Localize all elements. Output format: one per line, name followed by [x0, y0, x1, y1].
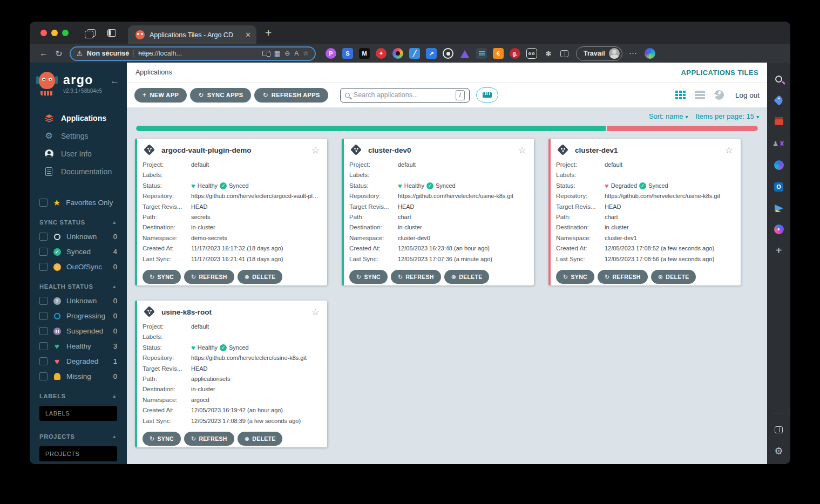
collapse-section-icon[interactable]: ▲ [112, 284, 117, 289]
euro-icon[interactable]: € [493, 48, 504, 59]
apps-grid-icon[interactable]: ▦ [274, 50, 280, 57]
zoom-window-button[interactable] [62, 30, 69, 36]
filter-progressing[interactable]: Progressing 0 [39, 312, 117, 320]
zoom-out-icon[interactable]: ⊖ [284, 50, 290, 57]
delete-button[interactable]: ⊗DELETE [238, 432, 283, 446]
favorite-star-icon[interactable]: ☆ [311, 145, 320, 156]
checkbox[interactable] [39, 233, 48, 241]
favorite-star-icon[interactable]: ☆ [725, 145, 733, 156]
health-value[interactable]: Healthy [198, 181, 218, 191]
checkbox[interactable] [39, 357, 48, 365]
labels-filter-input[interactable] [39, 406, 117, 421]
collapse-sidebar-icon[interactable]: ← [110, 76, 119, 96]
app-name[interactable]: cluster-dev1 [575, 146, 725, 154]
toolbox-icon[interactable] [774, 117, 784, 127]
paper-plane-icon[interactable] [774, 203, 784, 214]
filter-outofsync[interactable]: ↑ OutOfSync 0 [39, 263, 117, 271]
summary-view-icon[interactable] [714, 90, 724, 100]
sync-status-header[interactable]: SYNC STATUS ▲ [39, 219, 117, 226]
tab-close-icon[interactable]: ✕ [245, 31, 251, 39]
app-tile-argocd-vault-plugin-demo[interactable]: argocd-vault-plugin-demo ☆ Project:defau… [135, 139, 327, 285]
back-button[interactable]: ← [36, 49, 51, 58]
collapse-section-icon[interactable]: ▲ [112, 393, 117, 399]
filter-synced[interactable]: ✓ Synced 4 [39, 248, 117, 256]
sync-button[interactable]: ↻SYNC [349, 270, 388, 284]
projects-header[interactable]: PROJECTS ▲ [39, 433, 117, 440]
checkbox[interactable] [39, 342, 48, 350]
delete-button[interactable]: ⊗DELETE [238, 270, 283, 284]
health-value[interactable]: Healthy [198, 343, 218, 353]
labels-header[interactable]: LABELS ▲ [39, 393, 117, 399]
mountain-icon[interactable] [459, 48, 470, 59]
filter-missing[interactable]: Missing 0 [39, 372, 117, 380]
copilot-icon[interactable] [645, 48, 655, 59]
favorite-star-icon[interactable]: ☆ [518, 145, 526, 156]
flower-icon[interactable]: ✻ [543, 48, 554, 59]
browser-menu-button[interactable]: ⋯ [629, 49, 637, 58]
checkbox[interactable] [39, 312, 48, 320]
favorites-filter[interactable]: ★ Favorites Only [39, 199, 117, 207]
browser-tab[interactable]: Applications Tiles - Argo CD ✕ [128, 25, 256, 44]
app-tile-cluster-dev0[interactable]: cluster-dev0 ☆ Project:default Labels: S… [342, 139, 534, 285]
list-view-icon[interactable] [695, 91, 705, 99]
sync-value[interactable]: Synced [229, 343, 249, 353]
sidebar-item-user-info[interactable]: User Info [30, 145, 127, 162]
checkbox[interactable] [39, 297, 48, 305]
health-value[interactable]: Degraded [611, 181, 637, 191]
search-input[interactable] [354, 91, 452, 99]
sync-apps-button[interactable]: ↻ SYNC APPS [190, 88, 251, 103]
items-per-page-dropdown[interactable]: Items per page: 15▾ [696, 112, 759, 120]
shopping-tag-icon[interactable] [774, 95, 784, 106]
sidebar-toggle-icon[interactable] [774, 424, 784, 435]
refresh-button[interactable]: ↻REFRESH [598, 270, 648, 284]
messenger-icon[interactable]: ✦ [774, 224, 784, 234]
filter-health-unknown[interactable]: ? Unknown 0 [39, 297, 117, 305]
checkbox[interactable] [39, 372, 48, 380]
key-icon[interactable]: ╱ [409, 48, 420, 59]
reload-button[interactable]: ↻ [51, 49, 66, 59]
refresh-button[interactable]: ↻REFRESH [184, 432, 234, 446]
settings-gear-icon[interactable]: ⚙ [774, 446, 784, 457]
health-value[interactable]: Healthy [404, 181, 424, 191]
sidebar-item-applications[interactable]: Applications [30, 109, 127, 127]
sidebar-item-settings[interactable]: ⚙ Settings [30, 127, 127, 145]
filter-suspended[interactable]: Suspended 0 [39, 327, 117, 335]
health-status-header[interactable]: HEALTH STATUS ▲ [39, 283, 117, 290]
record-icon[interactable] [443, 48, 453, 59]
outlook-icon[interactable]: O [774, 181, 784, 192]
collapse-section-icon[interactable]: ▲ [112, 434, 117, 439]
logout-button[interactable]: Log out [735, 91, 760, 99]
app-name[interactable]: cluster-dev0 [368, 146, 518, 154]
search-box[interactable]: / [340, 88, 470, 103]
checkbox[interactable] [39, 263, 48, 271]
refresh-button[interactable]: ↻REFRESH [391, 270, 441, 284]
repository-value[interactable]: https://github.com/herveleclerc/usine-k8… [605, 191, 733, 201]
filter-sync-unknown[interactable]: Unknown 0 [39, 233, 117, 241]
tiles-view-icon[interactable] [675, 91, 686, 99]
sync-button[interactable]: ↻SYNC [556, 270, 594, 284]
delete-button[interactable]: ⊗DELETE [651, 270, 696, 284]
projects-filter-input[interactable] [39, 446, 117, 461]
sync-button[interactable]: ↻SYNC [143, 432, 181, 446]
collapse-section-icon[interactable]: ▲ [112, 220, 117, 225]
s-extension-icon[interactable]: S [342, 48, 353, 59]
sync-value[interactable]: Synced [229, 181, 249, 191]
vertical-tabs-icon[interactable] [107, 29, 116, 37]
sidebar-item-documentation[interactable]: Documentation [30, 162, 127, 180]
profile-button[interactable]: Travail [576, 46, 622, 61]
url-text[interactable]: https://localh... [138, 50, 182, 57]
new-tab-button[interactable]: + [265, 26, 272, 39]
padlet-icon[interactable]: P [326, 48, 336, 59]
read-aloud-icon[interactable]: A [294, 50, 299, 57]
sync-value[interactable]: Synced [648, 181, 668, 191]
close-window-button[interactable] [40, 30, 47, 36]
app-name[interactable]: argocd-vault-plugin-demo [161, 146, 311, 154]
new-app-button[interactable]: + NEW APP [134, 88, 187, 103]
add-sidebar-item-button[interactable]: + [774, 245, 784, 256]
favorite-page-icon[interactable]: ☆ [303, 50, 309, 57]
medium-icon[interactable]: M [359, 48, 370, 59]
delete-button[interactable]: ⊗DELETE [444, 270, 490, 284]
refresh-button[interactable]: ↻REFRESH [184, 270, 234, 284]
color-wheel-icon[interactable] [392, 48, 403, 59]
filter-healthy[interactable]: ♥ Healthy 3 [39, 342, 117, 350]
